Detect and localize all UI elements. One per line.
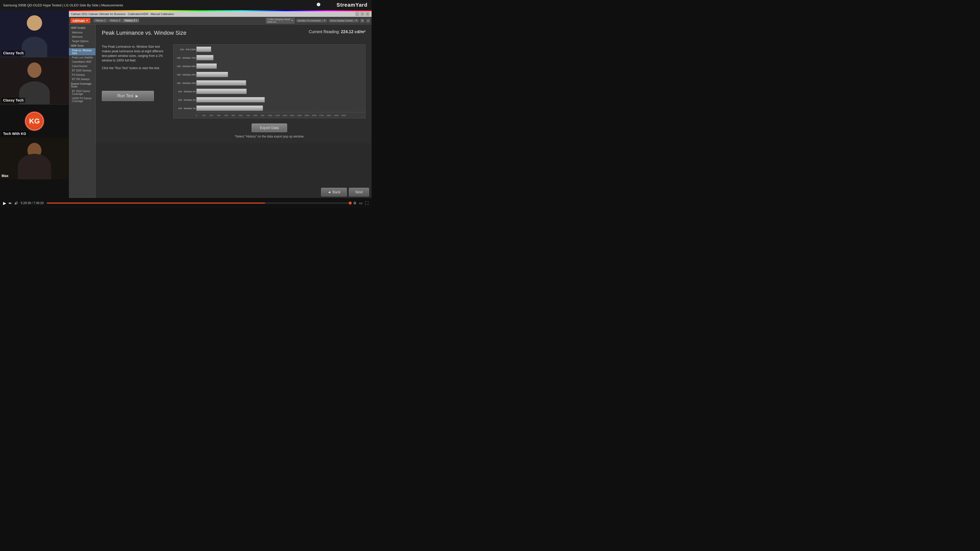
svg-text:100 - Full 100%: 100 - Full 100% bbox=[180, 48, 196, 51]
volume-button[interactable]: 🔊 bbox=[14, 201, 18, 205]
calman-content-area: Peak Luminance vs. Window Size Current R… bbox=[96, 24, 372, 199]
history-tab-2[interactable]: History 2 bbox=[108, 19, 122, 22]
chart-panel: 100 - Full 100% 100 - Window 75% 100 - W… bbox=[173, 44, 366, 138]
page-title: Samsung S95B QD-OLED Hype Tested | LG OL… bbox=[3, 3, 123, 7]
kg-logo: KG bbox=[24, 111, 45, 131]
svg-text:500: 500 bbox=[231, 114, 235, 117]
nav-item-peak-lum[interactable]: Peak Lum Stability bbox=[69, 56, 95, 60]
svg-rect-20 bbox=[197, 55, 213, 60]
history-tab-1[interactable]: History 1 bbox=[94, 19, 107, 22]
svg-text:100 - Window 75%: 100 - Window 75% bbox=[177, 57, 196, 59]
nav-back-next: ◄ Back Next bbox=[321, 188, 369, 197]
webcam-3: Max bbox=[0, 138, 69, 179]
back-arrow-icon: ◄ bbox=[328, 190, 331, 194]
svg-rect-21 bbox=[197, 64, 217, 68]
next-button[interactable]: Next bbox=[349, 188, 369, 197]
settings-icon-button[interactable]: ⚙ bbox=[360, 19, 364, 23]
nav-item-target-options[interactable]: Target Options bbox=[69, 39, 95, 43]
current-reading-container: Current Reading: 224.12 cd/m² bbox=[309, 30, 366, 34]
cam3-body bbox=[18, 154, 51, 179]
calman-main-panel: Peak Luminance vs. Window Size Current R… bbox=[96, 24, 372, 143]
svg-rect-26 bbox=[197, 106, 263, 111]
svg-text:1900: 1900 bbox=[334, 114, 339, 117]
svg-text:700: 700 bbox=[246, 114, 250, 117]
svg-text:1300: 1300 bbox=[290, 114, 294, 117]
nav-item-bt709-sweeps[interactable]: BT.709 Sweeps bbox=[69, 77, 95, 81]
svg-text:1100: 1100 bbox=[275, 114, 280, 117]
webcam-2-video bbox=[0, 57, 69, 104]
murideo-dropdown[interactable]: Murideo 7G Generator... ▼ bbox=[296, 19, 327, 22]
bar-chart: 100 - Full 100% 100 - Window 75% 100 - W… bbox=[173, 44, 366, 118]
svg-text:300: 300 bbox=[217, 114, 221, 117]
calman-toolbar: calman ▼ History 1 History 2 History 3 ×… bbox=[69, 17, 372, 24]
calman-nav: HDR Toolkit Welcome Welcome Target Optio… bbox=[69, 24, 96, 199]
progress-bar-track[interactable] bbox=[47, 203, 350, 203]
nav-item-welcome[interactable]: Welcome bbox=[69, 30, 95, 35]
webcam-1-video bbox=[0, 10, 69, 57]
display-control-dropdown[interactable]: Direct Display Control... ▼ bbox=[329, 19, 359, 22]
xrite-label: X-Rite i1Display Retail3858 K5... bbox=[267, 18, 290, 23]
clock-icon: 🕐 bbox=[317, 3, 321, 6]
play-button[interactable]: ▶ bbox=[3, 201, 6, 206]
svg-text:400: 400 bbox=[224, 114, 228, 117]
progress-dot bbox=[348, 202, 352, 205]
nav-item-colormatch[interactable]: ColorMatch HDR bbox=[69, 60, 95, 64]
svg-text:1600: 1600 bbox=[312, 114, 317, 117]
time-display: 5:28:39 / 7:36:20 bbox=[21, 201, 44, 205]
nav-gamut: Gamut Coverage Tests bbox=[69, 81, 95, 89]
nav-item-bt2020-sweeps[interactable]: BT 2020 Sweeps bbox=[69, 68, 95, 73]
murideo-arrow-icon: ▼ bbox=[324, 19, 326, 22]
svg-text:100 - Window 50%: 100 - Window 50% bbox=[177, 65, 196, 68]
svg-text:1000: 1000 bbox=[268, 114, 272, 117]
nav-item-colorchecker[interactable]: ColorChecker bbox=[69, 64, 95, 68]
murideo-label: Murideo 7G Generator... bbox=[298, 19, 323, 22]
nav-item-bt2020-gamut[interactable]: BT 2020 Gamut Coverage bbox=[69, 89, 95, 96]
nav-item-welcome2[interactable]: Welcome bbox=[69, 35, 95, 39]
kg-logo-container: KG Tech With KG bbox=[0, 105, 69, 138]
svg-text:1700: 1700 bbox=[319, 114, 324, 117]
run-test-arrow-icon: ▶ bbox=[135, 94, 138, 98]
display-control-label: Direct Display Control... bbox=[330, 19, 355, 22]
export-data-button[interactable]: Export Data bbox=[251, 124, 287, 132]
right-controls: ⚙ ▭ ⛶ bbox=[353, 201, 369, 205]
xrite-arrow-icon: ▼ bbox=[291, 19, 293, 22]
svg-rect-23 bbox=[197, 80, 246, 86]
export-data-label: Export Data bbox=[260, 126, 279, 130]
xrite-dropdown[interactable]: X-Rite i1Display Retail3858 K5... ▼ bbox=[266, 17, 294, 24]
theater-button[interactable]: ▭ bbox=[359, 201, 363, 205]
close-button[interactable]: × bbox=[366, 12, 369, 16]
nav-item-uhdp3-gamut[interactable]: UHDF-P3 Gamut Coverage bbox=[69, 96, 95, 103]
title-bar: Samsung S95B QD-OLED Hype Tested | LG OL… bbox=[0, 0, 372, 10]
current-reading-value: 224.12 cd/m² bbox=[341, 30, 366, 34]
settings-button[interactable]: ⚙ bbox=[353, 201, 356, 205]
nav-item-peak-window[interactable]: Peak vs. Window Size bbox=[69, 48, 95, 56]
fullscreen-button[interactable]: ⛶ bbox=[365, 201, 369, 205]
skip-button[interactable]: ⏭ bbox=[9, 201, 12, 205]
calman-logo: calman ▼ bbox=[70, 18, 90, 23]
svg-text:100 - Window 2%: 100 - Window 2% bbox=[178, 99, 196, 101]
layout-button[interactable]: ▭ bbox=[366, 19, 370, 23]
svg-text:0: 0 bbox=[196, 114, 197, 117]
calman-body: HDR Toolkit Welcome Welcome Target Optio… bbox=[69, 24, 372, 199]
svg-text:1400: 1400 bbox=[297, 114, 302, 117]
svg-text:100 - Window 1%: 100 - Window 1% bbox=[178, 107, 196, 110]
back-button[interactable]: ◄ Back bbox=[321, 188, 347, 197]
svg-text:200: 200 bbox=[210, 114, 213, 117]
minimize-button[interactable]: _ bbox=[355, 12, 360, 16]
maximize-button[interactable]: □ bbox=[360, 12, 364, 16]
export-section: Export Data bbox=[173, 124, 366, 132]
calman-title: Calman 2021 Calman Ultimate for Business… bbox=[71, 13, 355, 16]
run-test-button[interactable]: Run Test ▶ bbox=[102, 91, 154, 101]
svg-text:2000: 2000 bbox=[341, 114, 346, 117]
cam1-body bbox=[22, 37, 47, 57]
panel-left: The Peak Luminance vs. Window Size test … bbox=[102, 44, 168, 138]
kg-initials: KG bbox=[29, 117, 40, 125]
svg-text:100 - Window 25%: 100 - Window 25% bbox=[177, 73, 196, 76]
nav-item-p3-sweeps[interactable]: P3 Sweeps bbox=[69, 73, 95, 77]
webcam-3-label: Max bbox=[2, 174, 8, 178]
webcam-2-label: Classy Tech bbox=[2, 98, 25, 103]
history-tab-3[interactable]: History 3 × bbox=[123, 19, 139, 22]
kg-logo-inner: KG bbox=[25, 111, 44, 131]
svg-text:1200: 1200 bbox=[283, 114, 287, 117]
svg-text:100 - Window 5%: 100 - Window 5% bbox=[178, 90, 196, 93]
